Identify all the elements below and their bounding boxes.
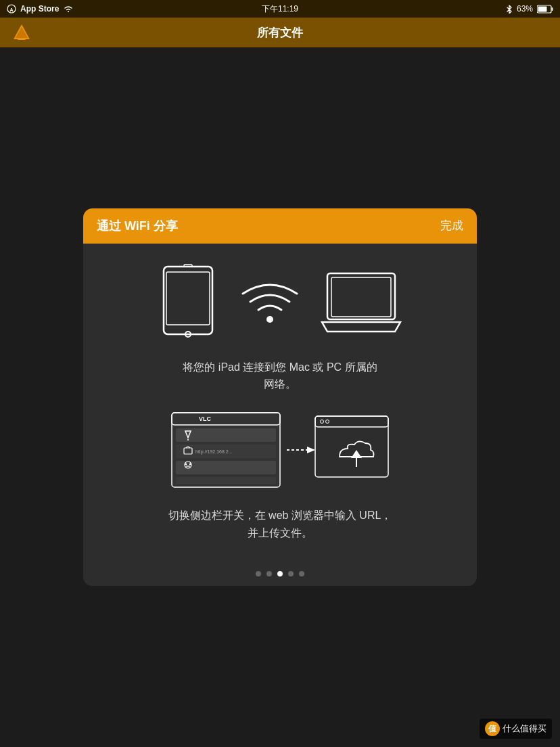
nav-bar: 所有文件 — [0, 18, 560, 47]
wifi-icon — [63, 5, 74, 13]
status-bar: A App Store 下午11:19 63% — [0, 0, 560, 18]
dialog-body: 将您的 iPad 连接到您 Mac 或 PC 所属的网络。 VLC — [83, 244, 477, 562]
pagination-dot-2 — [266, 571, 272, 576]
svg-text:A: A — [9, 7, 13, 12]
battery-percent: 63% — [517, 4, 533, 14]
dialog-done-button[interactable]: 完成 — [440, 218, 463, 233]
main-content: 通过 WiFi 分享 完成 — [0, 47, 560, 747]
pagination-dot-4 — [288, 571, 294, 576]
svg-rect-14 — [331, 277, 391, 317]
svg-marker-38 — [351, 450, 362, 458]
svg-rect-3 — [552, 7, 553, 11]
watermark-icon: 值 — [485, 721, 500, 736]
description-2: 切换侧边栏开关，在 web 浏览器中输入 URL，并上传文件。 — [168, 507, 392, 541]
dialog-card: 通过 WiFi 分享 完成 — [83, 208, 477, 586]
svg-rect-4 — [538, 6, 547, 12]
svg-rect-33 — [315, 416, 388, 477]
watermark: 值 什么值得买 — [480, 719, 552, 739]
vlc-nav-icon — [11, 22, 32, 43]
pagination — [83, 562, 477, 586]
dialog-header: 通过 WiFi 分享 完成 — [83, 208, 477, 244]
dialog-title: 通过 WiFi 分享 — [97, 218, 178, 234]
svg-rect-13 — [327, 273, 395, 319]
svg-point-29 — [185, 463, 187, 465]
description-1: 将您的 iPad 连接到您 Mac 或 PC 所属的网络。 — [183, 359, 377, 393]
status-right: 63% — [506, 4, 553, 14]
laptop-illustration — [321, 271, 402, 338]
appstore-icon: A — [7, 4, 16, 14]
pagination-dot-1 — [256, 571, 261, 576]
nav-title: 所有文件 — [257, 25, 303, 41]
vlc-cone-icon — [12, 23, 31, 42]
svg-rect-8 — [164, 267, 212, 334]
status-time: 下午11:19 — [262, 3, 298, 15]
bluetooth-icon — [506, 4, 513, 14]
illustration-upload: VLC http://192.168.2... — [165, 409, 395, 493]
status-left: A App Store — [7, 4, 74, 14]
illustration-wifi-sharing — [158, 264, 402, 345]
appstore-label: App Store — [20, 4, 59, 14]
pagination-dot-3 — [277, 571, 283, 576]
ipad-illustration — [158, 264, 219, 345]
wifi-symbol-illustration — [239, 277, 300, 332]
svg-text:http://192.168.2...: http://192.168.2... — [195, 449, 233, 455]
pagination-dot-5 — [299, 571, 304, 576]
svg-text:VLC: VLC — [199, 415, 212, 422]
svg-rect-34 — [315, 416, 388, 427]
svg-point-30 — [189, 463, 191, 465]
svg-point-35 — [321, 420, 324, 424]
svg-rect-7 — [18, 38, 26, 40]
svg-point-12 — [266, 316, 273, 323]
svg-rect-21 — [176, 477, 276, 484]
battery-icon — [537, 5, 553, 14]
svg-rect-11 — [184, 265, 192, 267]
upload-illustration: VLC http://192.168.2... — [165, 409, 395, 491]
svg-rect-18 — [176, 428, 276, 442]
svg-marker-32 — [307, 447, 315, 453]
svg-point-36 — [326, 420, 329, 424]
watermark-text: 什么值得买 — [503, 723, 546, 735]
svg-rect-9 — [166, 272, 210, 325]
